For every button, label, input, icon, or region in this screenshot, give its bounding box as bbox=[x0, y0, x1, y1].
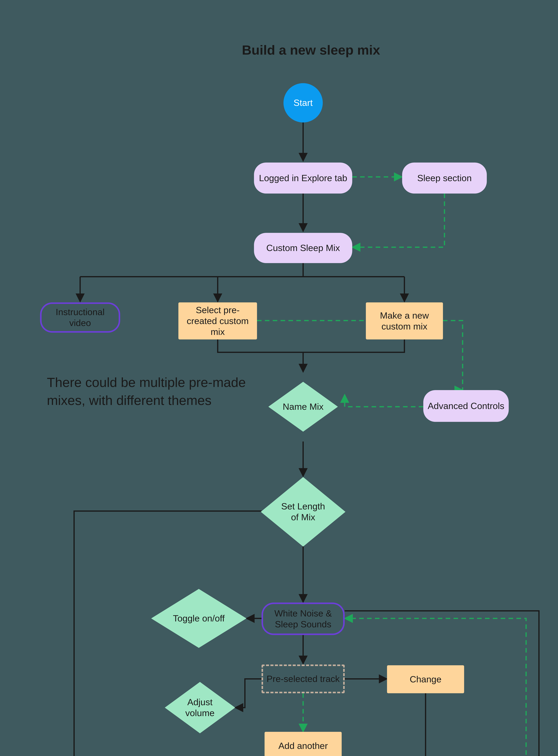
node-set-length-label: Set Length of Mix bbox=[281, 501, 325, 523]
node-wns-1: White Noise & Sleep Sounds bbox=[261, 603, 345, 635]
node-adjust-volume-label: Adjust volume bbox=[185, 697, 214, 719]
node-advanced-controls: Advanced Controls bbox=[423, 390, 509, 422]
node-change: Change bbox=[387, 665, 464, 693]
node-name-mix-label: Name Mix bbox=[283, 401, 324, 412]
node-custom-sleep-mix: Custom Sleep Mix bbox=[254, 233, 352, 263]
node-instructional-video: Instructional video bbox=[40, 302, 120, 333]
flowchart-canvas: Build a new sleep mix There could be mul… bbox=[0, 0, 558, 756]
node-name-mix: Name Mix bbox=[268, 382, 338, 432]
node-start: Start bbox=[283, 83, 323, 123]
annotation-text: There could be multiple pre-made mixes, … bbox=[47, 374, 258, 409]
node-set-length: Set Length of Mix bbox=[261, 477, 346, 547]
node-toggle-label: Toggle on/off bbox=[173, 613, 225, 624]
node-adjust-volume: Adjust volume bbox=[165, 682, 235, 733]
node-toggle: Toggle on/off bbox=[151, 589, 247, 648]
node-make-new: Make a new custom mix bbox=[366, 302, 443, 339]
node-select-precreated: Select pre-created custom mix bbox=[178, 302, 257, 339]
node-add-another: Add another bbox=[264, 732, 342, 756]
page-title: Build a new sleep mix bbox=[242, 42, 380, 58]
node-sleep-section: Sleep section bbox=[402, 162, 487, 194]
node-logged-in: Logged in Explore tab bbox=[254, 162, 352, 194]
node-pre-selected-track: Pre-selected track bbox=[261, 664, 345, 693]
